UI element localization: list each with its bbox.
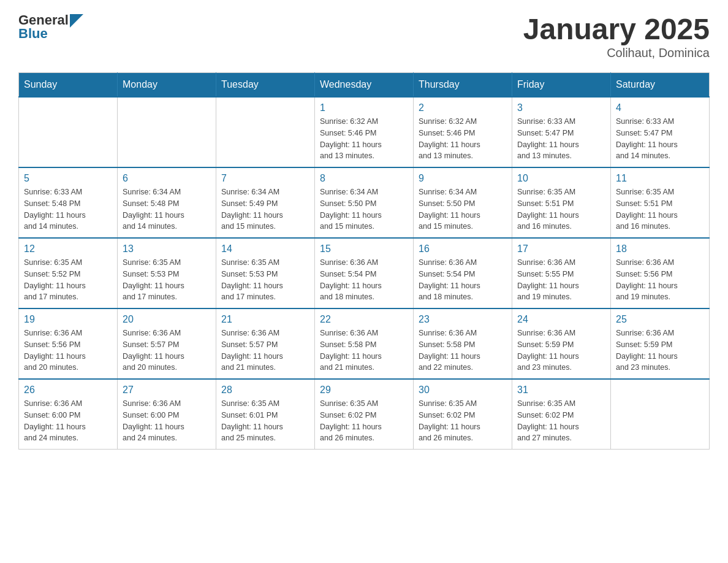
- day-number: 20: [123, 314, 211, 325]
- calendar-table: SundayMondayTuesdayWednesdayThursdayFrid…: [18, 72, 710, 450]
- day-number: 19: [24, 314, 112, 325]
- day-number: 24: [517, 314, 605, 325]
- calendar-cell: 23Sunrise: 6:36 AM Sunset: 5:58 PM Dayli…: [414, 308, 512, 379]
- day-number: 22: [320, 314, 408, 325]
- day-number: 15: [320, 243, 408, 255]
- calendar-cell: 24Sunrise: 6:36 AM Sunset: 5:59 PM Dayli…: [512, 308, 611, 379]
- calendar-cell: 14Sunrise: 6:35 AM Sunset: 5:53 PM Dayli…: [216, 238, 315, 308]
- day-number: 18: [616, 243, 704, 255]
- day-info: Sunrise: 6:36 AM Sunset: 5:54 PM Dayligh…: [320, 257, 408, 303]
- calendar-cell: 11Sunrise: 6:35 AM Sunset: 5:51 PM Dayli…: [611, 167, 710, 238]
- calendar-week-row: 26Sunrise: 6:36 AM Sunset: 6:00 PM Dayli…: [19, 379, 710, 450]
- day-number: 26: [24, 385, 112, 396]
- day-number: 8: [320, 173, 408, 184]
- calendar-header-saturday: Saturday: [611, 73, 710, 98]
- day-info: Sunrise: 6:36 AM Sunset: 6:00 PM Dayligh…: [24, 398, 112, 444]
- day-info: Sunrise: 6:34 AM Sunset: 5:48 PM Dayligh…: [123, 186, 211, 232]
- calendar-cell: 31Sunrise: 6:35 AM Sunset: 6:02 PM Dayli…: [512, 379, 611, 450]
- calendar-cell: 21Sunrise: 6:36 AM Sunset: 5:57 PM Dayli…: [216, 308, 315, 379]
- day-info: Sunrise: 6:34 AM Sunset: 5:49 PM Dayligh…: [221, 186, 309, 232]
- logo-blue: Blue: [18, 26, 48, 42]
- day-number: 27: [123, 385, 211, 396]
- day-number: 17: [517, 243, 605, 255]
- calendar-cell: 18Sunrise: 6:36 AM Sunset: 5:56 PM Dayli…: [611, 238, 710, 308]
- day-info: Sunrise: 6:33 AM Sunset: 5:47 PM Dayligh…: [517, 116, 605, 162]
- day-info: Sunrise: 6:35 AM Sunset: 5:51 PM Dayligh…: [616, 186, 704, 232]
- day-info: Sunrise: 6:36 AM Sunset: 5:54 PM Dayligh…: [419, 257, 507, 303]
- calendar-cell: 7Sunrise: 6:34 AM Sunset: 5:49 PM Daylig…: [216, 167, 315, 238]
- calendar-cell: 20Sunrise: 6:36 AM Sunset: 5:57 PM Dayli…: [118, 308, 216, 379]
- calendar-cell: [118, 97, 216, 167]
- day-info: Sunrise: 6:36 AM Sunset: 5:56 PM Dayligh…: [24, 327, 112, 373]
- day-number: 29: [320, 385, 408, 396]
- day-number: 11: [616, 173, 704, 184]
- day-info: Sunrise: 6:36 AM Sunset: 5:58 PM Dayligh…: [419, 327, 507, 373]
- day-info: Sunrise: 6:36 AM Sunset: 5:59 PM Dayligh…: [616, 327, 704, 373]
- day-info: Sunrise: 6:34 AM Sunset: 5:50 PM Dayligh…: [419, 186, 507, 232]
- day-info: Sunrise: 6:36 AM Sunset: 5:55 PM Dayligh…: [517, 257, 605, 303]
- calendar-cell: [216, 97, 315, 167]
- calendar-header-monday: Monday: [118, 73, 216, 98]
- day-number: 6: [123, 173, 211, 184]
- day-number: 12: [24, 243, 112, 255]
- day-info: Sunrise: 6:35 AM Sunset: 5:53 PM Dayligh…: [123, 257, 211, 303]
- calendar-cell: 19Sunrise: 6:36 AM Sunset: 5:56 PM Dayli…: [19, 308, 118, 379]
- day-number: 10: [517, 173, 605, 184]
- day-number: 28: [221, 385, 309, 396]
- calendar-cell: 4Sunrise: 6:33 AM Sunset: 5:47 PM Daylig…: [611, 97, 710, 167]
- day-info: Sunrise: 6:35 AM Sunset: 5:51 PM Dayligh…: [517, 186, 605, 232]
- calendar-cell: 1Sunrise: 6:32 AM Sunset: 5:46 PM Daylig…: [315, 97, 414, 167]
- day-info: Sunrise: 6:36 AM Sunset: 6:00 PM Dayligh…: [123, 398, 211, 444]
- calendar-header-sunday: Sunday: [19, 73, 118, 98]
- calendar-cell: [611, 379, 710, 450]
- page-subtitle: Colihaut, Dominica: [523, 46, 710, 60]
- calendar-cell: 9Sunrise: 6:34 AM Sunset: 5:50 PM Daylig…: [414, 167, 512, 238]
- day-info: Sunrise: 6:32 AM Sunset: 5:46 PM Dayligh…: [320, 116, 408, 162]
- day-info: Sunrise: 6:32 AM Sunset: 5:46 PM Dayligh…: [419, 116, 507, 162]
- calendar-cell: 15Sunrise: 6:36 AM Sunset: 5:54 PM Dayli…: [315, 238, 414, 308]
- calendar-header-friday: Friday: [512, 73, 611, 98]
- svg-marker-0: [70, 14, 83, 28]
- day-number: 7: [221, 173, 309, 184]
- day-number: 25: [616, 314, 704, 325]
- calendar-cell: 26Sunrise: 6:36 AM Sunset: 6:00 PM Dayli…: [19, 379, 118, 450]
- day-info: Sunrise: 6:35 AM Sunset: 6:01 PM Dayligh…: [221, 398, 309, 444]
- calendar-cell: 10Sunrise: 6:35 AM Sunset: 5:51 PM Dayli…: [512, 167, 611, 238]
- calendar-cell: 12Sunrise: 6:35 AM Sunset: 5:52 PM Dayli…: [19, 238, 118, 308]
- day-info: Sunrise: 6:36 AM Sunset: 5:57 PM Dayligh…: [221, 327, 309, 373]
- logo: General Blue: [18, 12, 83, 42]
- day-info: Sunrise: 6:34 AM Sunset: 5:50 PM Dayligh…: [320, 186, 408, 232]
- calendar-week-row: 1Sunrise: 6:32 AM Sunset: 5:46 PM Daylig…: [19, 97, 710, 167]
- calendar-cell: 17Sunrise: 6:36 AM Sunset: 5:55 PM Dayli…: [512, 238, 611, 308]
- day-info: Sunrise: 6:36 AM Sunset: 5:56 PM Dayligh…: [616, 257, 704, 303]
- calendar-cell: 8Sunrise: 6:34 AM Sunset: 5:50 PM Daylig…: [315, 167, 414, 238]
- calendar-cell: 27Sunrise: 6:36 AM Sunset: 6:00 PM Dayli…: [118, 379, 216, 450]
- calendar-cell: 2Sunrise: 6:32 AM Sunset: 5:46 PM Daylig…: [414, 97, 512, 167]
- day-info: Sunrise: 6:35 AM Sunset: 6:02 PM Dayligh…: [320, 398, 408, 444]
- calendar-cell: 3Sunrise: 6:33 AM Sunset: 5:47 PM Daylig…: [512, 97, 611, 167]
- calendar-cell: 30Sunrise: 6:35 AM Sunset: 6:02 PM Dayli…: [414, 379, 512, 450]
- calendar-week-row: 19Sunrise: 6:36 AM Sunset: 5:56 PM Dayli…: [19, 308, 710, 379]
- day-info: Sunrise: 6:35 AM Sunset: 6:02 PM Dayligh…: [419, 398, 507, 444]
- day-info: Sunrise: 6:36 AM Sunset: 5:57 PM Dayligh…: [123, 327, 211, 373]
- day-number: 3: [517, 102, 605, 113]
- calendar-week-row: 12Sunrise: 6:35 AM Sunset: 5:52 PM Dayli…: [19, 238, 710, 308]
- calendar-cell: 28Sunrise: 6:35 AM Sunset: 6:01 PM Dayli…: [216, 379, 315, 450]
- day-number: 2: [419, 102, 507, 113]
- calendar-header-wednesday: Wednesday: [315, 73, 414, 98]
- calendar-cell: 13Sunrise: 6:35 AM Sunset: 5:53 PM Dayli…: [118, 238, 216, 308]
- day-info: Sunrise: 6:33 AM Sunset: 5:48 PM Dayligh…: [24, 186, 112, 232]
- day-info: Sunrise: 6:35 AM Sunset: 5:52 PM Dayligh…: [24, 257, 112, 303]
- calendar-cell: 25Sunrise: 6:36 AM Sunset: 5:59 PM Dayli…: [611, 308, 710, 379]
- day-info: Sunrise: 6:33 AM Sunset: 5:47 PM Dayligh…: [616, 116, 704, 162]
- day-number: 5: [24, 173, 112, 184]
- day-number: 31: [517, 385, 605, 396]
- day-number: 13: [123, 243, 211, 255]
- title-section: January 2025 Colihaut, Dominica: [523, 12, 710, 60]
- calendar-cell: 22Sunrise: 6:36 AM Sunset: 5:58 PM Dayli…: [315, 308, 414, 379]
- page-header: General Blue January 2025 Colihaut, Domi…: [18, 12, 710, 60]
- day-number: 9: [419, 173, 507, 184]
- day-number: 16: [419, 243, 507, 255]
- day-info: Sunrise: 6:36 AM Sunset: 5:58 PM Dayligh…: [320, 327, 408, 373]
- page-title: January 2025: [523, 12, 710, 46]
